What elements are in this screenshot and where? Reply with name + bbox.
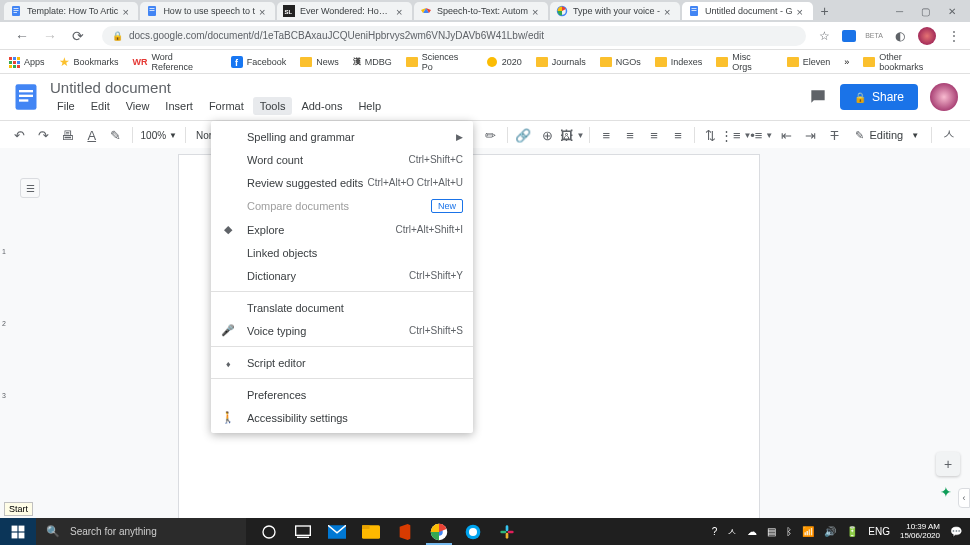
tray-chevron-icon[interactable]: ㅅ [727, 525, 737, 539]
align-right-button[interactable]: ≡ [644, 124, 664, 146]
align-center-button[interactable]: ≡ [620, 124, 640, 146]
close-icon[interactable]: × [797, 6, 807, 16]
docs-logo[interactable] [12, 83, 40, 111]
redo-button[interactable]: ↷ [34, 124, 54, 146]
new-tab-button[interactable]: + [815, 2, 835, 20]
close-window-button[interactable]: ✕ [948, 6, 956, 17]
paint-format-button[interactable]: ✎ [106, 124, 126, 146]
reload-button[interactable]: ⟳ [68, 26, 88, 46]
file-explorer-icon[interactable] [354, 518, 388, 545]
url-input[interactable]: 🔒 docs.google.com/document/d/1eTaBCBAxau… [102, 26, 806, 46]
menu-view[interactable]: View [119, 97, 157, 115]
maximize-button[interactable]: ▢ [921, 6, 930, 17]
office-icon[interactable] [388, 518, 422, 545]
menu-dictionary[interactable]: DictionaryCtrl+Shift+Y [211, 264, 473, 287]
close-icon[interactable]: × [396, 6, 406, 16]
bookmark-item[interactable]: fFacebook [231, 56, 287, 68]
bookmark-item[interactable]: Journals [536, 57, 586, 67]
browser-tab[interactable]: Type with your voice - × [550, 2, 680, 20]
menu-accessibility[interactable]: 🚶Accessibility settings [211, 406, 473, 429]
forward-button[interactable]: → [40, 26, 60, 46]
close-icon[interactable]: × [664, 6, 674, 16]
menu-edit[interactable]: Edit [84, 97, 117, 115]
close-icon[interactable]: × [122, 6, 132, 16]
menu-review-edits[interactable]: Review suggested editsCtrl+Alt+O Ctrl+Al… [211, 171, 473, 194]
extension-icon[interactable] [842, 30, 856, 42]
language-indicator[interactable]: ENG [868, 526, 890, 537]
decrease-indent-button[interactable]: ⇤ [777, 124, 797, 146]
bookmark-item[interactable]: Misc Orgs [716, 52, 772, 72]
insert-image-button[interactable]: 🖼▼ [561, 124, 583, 146]
start-button[interactable] [0, 518, 36, 545]
spellcheck-button[interactable]: A [82, 124, 102, 146]
menu-file[interactable]: File [50, 97, 82, 115]
menu-script-editor[interactable]: ⬧Script editor [211, 351, 473, 374]
print-button[interactable]: 🖶 [58, 124, 78, 146]
insert-comment-button[interactable]: ⊕ [537, 124, 557, 146]
clear-formatting-button[interactable]: T [825, 124, 845, 146]
battery-icon[interactable]: 🔋 [846, 526, 858, 537]
numbered-list-button[interactable]: ⋮≡▼ [725, 124, 747, 146]
menu-tools[interactable]: Tools [253, 97, 293, 115]
browser-tab-active[interactable]: Untitled document - G × [682, 2, 813, 20]
bookmark-item[interactable]: 漢MDBG [353, 56, 392, 67]
profile-avatar[interactable] [918, 27, 936, 45]
account-avatar[interactable] [930, 83, 958, 111]
share-button[interactable]: 🔒Share [840, 84, 918, 110]
menu-format[interactable]: Format [202, 97, 251, 115]
close-icon[interactable]: × [259, 6, 269, 16]
bookmark-item[interactable]: ★Bookmarks [59, 55, 119, 69]
comments-icon[interactable] [808, 87, 828, 107]
bookmark-item[interactable]: WRWord Reference [133, 52, 217, 72]
close-icon[interactable]: × [532, 6, 542, 16]
tray-app-icon[interactable]: ▤ [767, 526, 776, 537]
wifi-icon[interactable]: 📶 [802, 526, 814, 537]
menu-insert[interactable]: Insert [158, 97, 200, 115]
document-title[interactable]: Untitled document [50, 79, 808, 96]
bookmark-item[interactable]: News [300, 57, 339, 67]
slack-icon[interactable] [490, 518, 524, 545]
menu-preferences[interactable]: Preferences [211, 383, 473, 406]
bookmark-item[interactable]: Eleven [787, 57, 831, 67]
bluetooth-icon[interactable]: ᛒ [786, 526, 792, 537]
show-side-panel-button[interactable]: ‹ [958, 488, 970, 508]
star-bookmark-icon[interactable]: ☆ [816, 28, 832, 44]
menu-spelling-grammar[interactable]: Spelling and grammar▶ [211, 125, 473, 148]
volume-icon[interactable]: 🔊 [824, 526, 836, 537]
editing-mode-dropdown[interactable]: ✎Editing▼ [847, 125, 928, 146]
menu-addons[interactable]: Add-ons [294, 97, 349, 115]
menu-translate[interactable]: Translate document [211, 296, 473, 319]
bookmark-item[interactable]: 2020 [486, 56, 522, 68]
extension-beta-icon[interactable]: BETA [866, 28, 882, 44]
back-button[interactable]: ← [12, 26, 32, 46]
extension-icon[interactable]: ◐ [892, 28, 908, 44]
taskbar-search[interactable]: 🔍 Search for anything [36, 518, 246, 545]
bulleted-list-button[interactable]: •≡▼ [751, 124, 773, 146]
increase-indent-button[interactable]: ⇥ [801, 124, 821, 146]
align-justify-button[interactable]: ≡ [668, 124, 688, 146]
browser-tab[interactable]: How to use speech to t × [140, 2, 275, 20]
menu-linked-objects[interactable]: Linked objects [211, 241, 473, 264]
vertical-ruler[interactable]: 1 2 3 [0, 148, 10, 518]
menu-explore[interactable]: ◆ExploreCtrl+Alt+Shift+I [211, 218, 473, 241]
browser-tab[interactable]: Speech-to-Text: Autom × [414, 2, 548, 20]
bookmark-item[interactable]: NGOs [600, 57, 641, 67]
notification-icon[interactable]: 💬 [950, 526, 962, 537]
align-left-button[interactable]: ≡ [596, 124, 616, 146]
minimize-button[interactable]: ─ [896, 6, 903, 17]
highlight-color-button[interactable]: ✏ [481, 124, 501, 146]
zoom-dropdown[interactable]: 100%▼ [137, 130, 182, 141]
line-spacing-button[interactable]: ⇅ [701, 124, 721, 146]
undo-button[interactable]: ↶ [10, 124, 30, 146]
menu-help[interactable]: Help [351, 97, 388, 115]
hide-menus-button[interactable]: ㅅ [936, 126, 962, 144]
browser-tab[interactable]: Template: How To Artic × [4, 2, 138, 20]
menu-word-count[interactable]: Word countCtrl+Shift+C [211, 148, 473, 171]
mail-icon[interactable] [320, 518, 354, 545]
browser-tab[interactable]: SL Ever Wondered: How d × [277, 2, 412, 20]
chrome-icon[interactable] [422, 518, 456, 545]
apps-button[interactable]: Apps [8, 56, 45, 68]
app-icon[interactable] [456, 518, 490, 545]
onedrive-icon[interactable]: ☁ [747, 526, 757, 537]
menu-icon[interactable]: ⋮ [946, 28, 962, 44]
